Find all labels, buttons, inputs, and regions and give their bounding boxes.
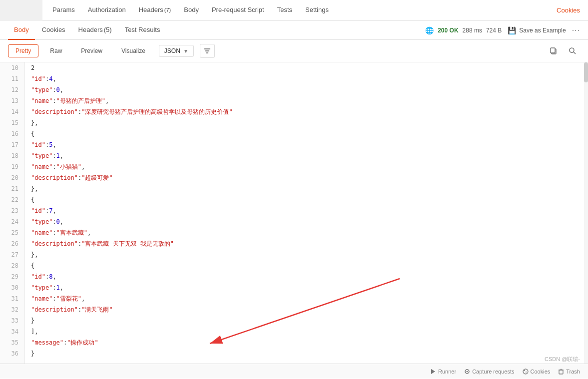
tab-cookies-top[interactable]: Cookies <box>557 6 580 14</box>
subtab-cookies[interactable]: Cookies <box>36 21 71 40</box>
line-number: 34 <box>0 326 24 337</box>
filter-button[interactable] <box>200 44 215 58</box>
code-line: "name": "宫本武藏", <box>31 227 588 238</box>
format-select[interactable]: JSON ▼ <box>159 45 194 57</box>
line-number: 17 <box>0 139 24 150</box>
line-number: 16 <box>0 128 24 139</box>
line-number: 19 <box>0 161 24 172</box>
json-punctuation: : <box>45 205 49 216</box>
visualize-button[interactable]: Visualize <box>114 44 153 57</box>
tab-body[interactable]: Body <box>178 0 205 21</box>
watermark: CSDN @联瑞- <box>545 356 580 363</box>
code-line: "description": "满天飞雨" <box>31 304 588 315</box>
json-punctuation: }, <box>31 249 38 260</box>
svg-point-10 <box>523 369 528 374</box>
line-number: 14 <box>0 106 24 117</box>
save-as-example-button[interactable]: 💾 Save as Example <box>508 26 566 34</box>
json-punctuation: , <box>52 271 56 282</box>
svg-marker-7 <box>431 369 435 374</box>
line-number: 30 <box>0 282 24 293</box>
subtab-testresults[interactable]: Test Results <box>119 21 166 40</box>
code-line: } <box>31 348 588 359</box>
copy-button[interactable] <box>546 44 561 58</box>
json-punctuation: , <box>81 161 85 172</box>
save-icon: 💾 <box>508 26 516 34</box>
tab-tests[interactable]: Tests <box>271 0 298 21</box>
json-punctuation: , <box>60 84 63 95</box>
json-key: "type" <box>31 216 52 227</box>
json-number: 0 <box>56 84 60 95</box>
runner-button[interactable]: Runner <box>430 369 456 375</box>
line-number: 24 <box>0 216 24 227</box>
json-punctuation: : <box>78 304 81 315</box>
json-punctuation: : <box>52 216 56 227</box>
json-number: 1 <box>56 282 60 293</box>
copy-icon <box>550 47 558 55</box>
code-line: "name": "雪梨花", <box>31 293 588 304</box>
json-punctuation: : <box>52 282 56 293</box>
json-key: "description" <box>31 106 78 117</box>
code-line: "name": "母猪的产后护理", <box>31 95 588 106</box>
json-key: "id" <box>31 139 45 150</box>
code-line: "name": "小猫猫", <box>31 161 588 172</box>
trash-button[interactable]: Trash <box>558 369 580 375</box>
json-punctuation: : <box>63 337 67 348</box>
line-number: 22 <box>0 194 24 205</box>
subtab-body[interactable]: Body <box>8 21 35 40</box>
line-number: 27 <box>0 249 24 260</box>
code-line: { <box>31 260 588 271</box>
line-number: 33 <box>0 315 24 326</box>
code-line: "type": 1, <box>31 150 588 161</box>
line-number: 15 <box>0 117 24 128</box>
code-line: "message": "操作成功" <box>31 337 588 348</box>
raw-button[interactable]: Raw <box>42 44 69 57</box>
json-punctuation: , <box>52 205 56 216</box>
json-key: "type" <box>31 84 52 95</box>
json-punctuation: , <box>60 216 63 227</box>
cookies-bottom-button[interactable]: Cookies <box>523 369 551 375</box>
tab-headers[interactable]: Headers (7) <box>133 0 177 21</box>
code-line: "type": 1, <box>31 282 588 293</box>
sub-nav: Body Cookies Headers (5) Test Results 🌐 … <box>0 21 588 40</box>
json-punctuation: , <box>52 73 56 84</box>
line-number: 29 <box>0 271 24 282</box>
preview-button[interactable]: Preview <box>73 44 110 57</box>
json-key: "message" <box>31 337 63 348</box>
code-line: }, <box>31 183 588 194</box>
tab-prerequest[interactable]: Pre-request Script <box>206 0 270 21</box>
more-options-button[interactable]: ··· <box>572 26 580 35</box>
capture-icon <box>464 369 470 375</box>
code-line: ], <box>31 326 588 337</box>
json-string: "雪梨花" <box>56 293 81 304</box>
json-key: "type" <box>31 150 52 161</box>
json-punctuation: , <box>105 95 109 106</box>
json-punctuation: : <box>52 227 56 238</box>
line-number: 26 <box>0 238 24 249</box>
svg-point-12 <box>526 372 527 373</box>
code-line: } <box>31 315 588 326</box>
search-button[interactable] <box>565 44 580 58</box>
subtab-headers[interactable]: Headers (5) <box>72 21 118 40</box>
svg-rect-13 <box>559 370 563 374</box>
capture-button[interactable]: Capture requests <box>464 369 514 375</box>
code-content[interactable]: 2 "id": 4, "type": 0, "name": "母猪的产后护理",… <box>25 62 588 364</box>
json-key: "id" <box>31 205 45 216</box>
json-punctuation: , <box>81 293 85 304</box>
scrollbar-track[interactable] <box>584 62 588 364</box>
json-key: "name" <box>31 227 52 238</box>
svg-point-5 <box>570 48 574 52</box>
tab-settings[interactable]: Settings <box>299 0 335 21</box>
bottom-bar: Runner Capture requests Cookies Trash <box>0 364 588 379</box>
line-number: 36 <box>0 348 24 359</box>
line-number: 25 <box>0 227 24 238</box>
json-punctuation: , <box>87 227 91 238</box>
line-number: 28 <box>0 260 24 271</box>
tab-authorization[interactable]: Authorization <box>82 0 132 21</box>
scrollbar-thumb[interactable] <box>584 62 588 82</box>
status-group: 🌐 200 OK 288 ms 724 B <box>425 26 502 34</box>
code-line: }, <box>31 249 588 260</box>
tab-params[interactable]: Params <box>46 0 81 21</box>
pretty-button[interactable]: Pretty <box>8 44 38 57</box>
json-punctuation: : <box>52 84 56 95</box>
line-number: 18 <box>0 150 24 161</box>
